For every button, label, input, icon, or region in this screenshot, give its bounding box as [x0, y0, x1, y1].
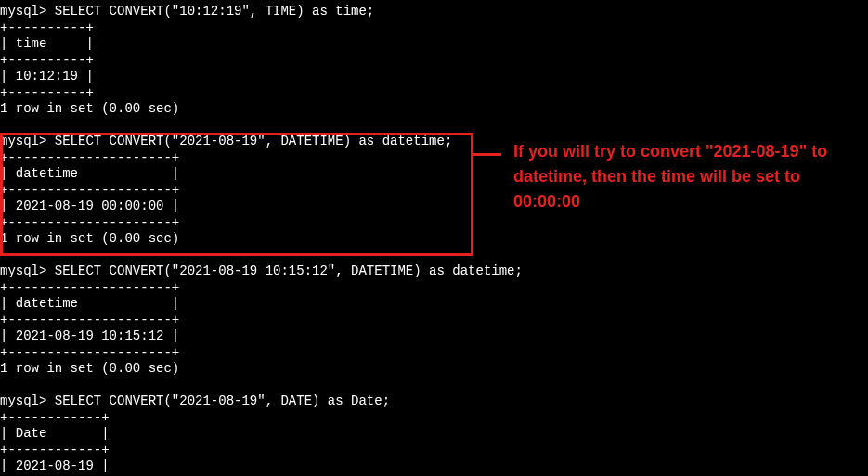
sql-query: SELECT CONVERT("10:12:19", TIME) as time…	[55, 4, 374, 19]
table-border: +----------+	[0, 53, 868, 70]
mysql-prompt: mysql>	[0, 134, 55, 148]
annotation-text: If you will try to convert "2021-08-19" …	[513, 139, 857, 214]
table-header: | time |	[0, 36, 868, 53]
mysql-prompt: mysql>	[0, 264, 55, 278]
mysql-prompt: mysql>	[0, 4, 55, 19]
query-line: mysql> SELECT CONVERT("2021-08-19", DATE…	[0, 393, 868, 410]
table-row: | 2021-08-19 |	[0, 458, 868, 475]
table-border: +----------+	[0, 85, 868, 102]
table-border: +---------------------+	[0, 215, 868, 232]
table-border: +---------------------+	[0, 313, 868, 329]
query-line: mysql> SELECT CONVERT("10:12:19", TIME) …	[0, 4, 868, 20]
annotation-connector	[473, 153, 501, 156]
table-row: | 10:12:19 |	[0, 69, 868, 85]
table-header: | datetime |	[0, 296, 868, 313]
mysql-prompt: mysql>	[0, 393, 55, 408]
result-footer: 1 row in set (0.00 sec)	[0, 101, 868, 118]
result-footer: 1 row in set (0.00 sec)	[0, 231, 868, 248]
terminal-output[interactable]: mysql> SELECT CONVERT("10:12:19", TIME) …	[0, 4, 868, 476]
sql-query: SELECT CONVERT("2021-08-19", DATETIME) a…	[55, 134, 452, 148]
query-line: mysql> SELECT CONVERT("2021-08-19 10:15:…	[0, 264, 868, 280]
table-border: +---------------------+	[0, 345, 868, 362]
table-border: +------------+	[0, 443, 868, 459]
table-border: +---------------------+	[0, 280, 868, 297]
table-border: +----------+	[0, 20, 868, 37]
table-row: | 2021-08-19 10:15:12 |	[0, 328, 868, 345]
sql-query: SELECT CONVERT("2021-08-19 10:15:12", DA…	[55, 264, 523, 278]
table-header: | Date |	[0, 426, 868, 443]
table-border: +------------+	[0, 410, 868, 427]
sql-query: SELECT CONVERT("2021-08-19", DATE) as Da…	[55, 393, 390, 408]
result-footer: 1 row in set (0.00 sec)	[0, 361, 868, 378]
